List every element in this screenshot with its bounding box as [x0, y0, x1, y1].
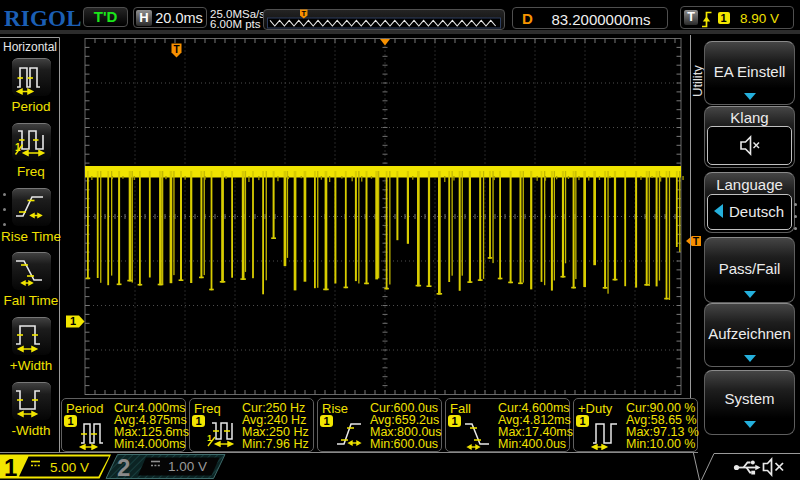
- svg-text:T: T: [693, 235, 700, 247]
- svg-text:T: T: [302, 9, 307, 18]
- svg-text:1: 1: [70, 315, 76, 327]
- svg-text:T: T: [173, 44, 179, 55]
